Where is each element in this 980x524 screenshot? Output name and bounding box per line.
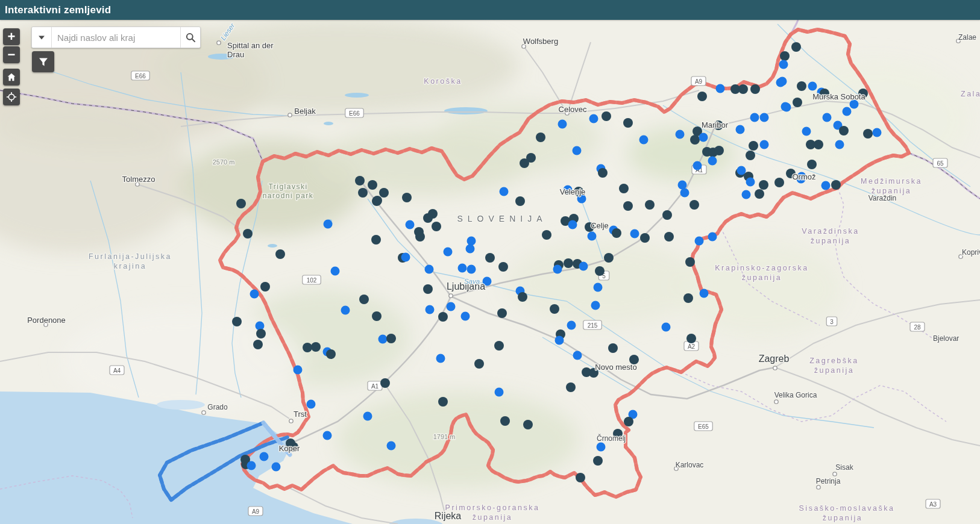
map-marker-dark[interactable] bbox=[602, 111, 611, 121]
map-marker-blue[interactable] bbox=[776, 78, 785, 87]
map-marker-blue[interactable] bbox=[736, 125, 745, 134]
map-marker-dark[interactable] bbox=[326, 349, 336, 359]
map-marker-blue[interactable] bbox=[467, 265, 476, 274]
map-marker-dark[interactable] bbox=[623, 201, 633, 211]
map-marker-blue[interactable] bbox=[406, 220, 415, 229]
map-marker-dark[interactable] bbox=[415, 232, 425, 242]
map-marker-blue[interactable] bbox=[821, 181, 831, 190]
map-marker-dark[interactable] bbox=[438, 312, 448, 322]
map-marker-dark[interactable] bbox=[593, 456, 603, 466]
map-marker-blue[interactable] bbox=[426, 305, 435, 314]
map-marker-dark[interactable] bbox=[485, 253, 495, 263]
map-marker-blue[interactable] bbox=[873, 128, 882, 137]
map-marker-dark[interactable] bbox=[863, 129, 873, 139]
zoom-out-button[interactable]: − bbox=[3, 46, 20, 63]
map-marker-blue[interactable] bbox=[808, 82, 817, 91]
map-marker-blue[interactable] bbox=[835, 140, 844, 149]
map-marker-dark[interactable] bbox=[595, 266, 605, 276]
map-marker-blue[interactable] bbox=[467, 237, 476, 246]
map-marker-dark[interactable] bbox=[379, 188, 389, 198]
map-marker-dark[interactable] bbox=[714, 146, 724, 155]
map-marker-dark[interactable] bbox=[797, 81, 806, 91]
map-marker-dark[interactable] bbox=[807, 160, 817, 169]
map-marker-blue[interactable] bbox=[247, 461, 256, 470]
map-marker-dark[interactable] bbox=[372, 196, 382, 205]
map-marker-blue[interactable] bbox=[250, 290, 259, 299]
home-button[interactable] bbox=[3, 69, 20, 86]
map-marker-dark[interactable] bbox=[536, 133, 545, 142]
map-marker-blue[interactable] bbox=[573, 146, 582, 155]
map-marker-dark[interactable] bbox=[697, 92, 707, 101]
map-marker-dark[interactable] bbox=[598, 168, 608, 178]
map-marker-blue[interactable] bbox=[260, 452, 269, 461]
map-marker-blue[interactable] bbox=[307, 400, 316, 409]
map-marker-blue[interactable] bbox=[746, 178, 755, 187]
map-marker-blue[interactable] bbox=[750, 113, 759, 122]
search-dropdown-button[interactable] bbox=[32, 27, 52, 48]
map-marker-blue[interactable] bbox=[436, 354, 445, 363]
map-marker-blue[interactable] bbox=[331, 267, 340, 276]
map-marker-dark[interactable] bbox=[550, 304, 559, 314]
map-marker-blue[interactable] bbox=[699, 133, 708, 142]
map-marker-dark[interactable] bbox=[474, 359, 484, 369]
search-submit-button[interactable] bbox=[180, 27, 200, 48]
map-marker-dark[interactable] bbox=[386, 334, 396, 343]
map-marker-blue[interactable] bbox=[700, 289, 709, 298]
map-marker-dark[interactable] bbox=[780, 51, 790, 61]
map-marker-blue[interactable] bbox=[401, 253, 410, 262]
map-marker-blue[interactable] bbox=[323, 431, 332, 440]
map-marker-blue[interactable] bbox=[589, 114, 598, 123]
map-marker-dark[interactable] bbox=[518, 292, 527, 302]
map-marker-dark[interactable] bbox=[604, 253, 614, 263]
map-marker-dark[interactable] bbox=[608, 343, 618, 353]
map-marker-blue[interactable] bbox=[466, 245, 475, 254]
map-marker-dark[interactable] bbox=[497, 308, 507, 318]
map-canvas[interactable]: E66E66A9A1A1A91025215A2E6532865A4A3 Spit… bbox=[0, 0, 980, 524]
map-marker-dark[interactable] bbox=[662, 210, 672, 220]
map-marker-dark[interactable] bbox=[371, 235, 381, 245]
map-marker-dark[interactable] bbox=[685, 257, 695, 267]
map-svg[interactable]: E66E66A9A1A1A91025215A2E6532865A4A3 Spit… bbox=[0, 0, 980, 524]
map-marker-dark[interactable] bbox=[494, 341, 504, 351]
map-marker-dark[interactable] bbox=[380, 378, 390, 388]
map-marker-dark[interactable] bbox=[303, 343, 312, 352]
map-marker-dark[interactable] bbox=[253, 340, 263, 349]
map-marker-dark[interactable] bbox=[515, 196, 525, 206]
map-marker-dark[interactable] bbox=[260, 282, 270, 292]
map-marker-dark[interactable] bbox=[256, 329, 266, 338]
map-marker-dark[interactable] bbox=[623, 118, 633, 128]
map-marker-blue[interactable] bbox=[591, 301, 600, 310]
map-marker-dark[interactable] bbox=[243, 229, 253, 239]
map-marker-dark[interactable] bbox=[311, 342, 321, 352]
map-marker-blue[interactable] bbox=[567, 321, 576, 330]
map-marker-blue[interactable] bbox=[458, 264, 467, 273]
map-marker-dark[interactable] bbox=[500, 416, 510, 426]
map-marker-dark[interactable] bbox=[640, 233, 650, 243]
map-marker-dark[interactable] bbox=[645, 200, 655, 210]
map-marker-blue[interactable] bbox=[588, 232, 597, 241]
map-marker-dark[interactable] bbox=[612, 228, 621, 238]
map-marker-dark[interactable] bbox=[576, 473, 585, 482]
map-marker-blue[interactable] bbox=[447, 302, 456, 311]
map-marker-blue[interactable] bbox=[425, 265, 434, 274]
map-marker-dark[interactable] bbox=[793, 98, 802, 107]
map-marker-blue[interactable] bbox=[823, 113, 832, 122]
map-marker-blue[interactable] bbox=[294, 366, 303, 375]
map-marker-dark[interactable] bbox=[275, 249, 285, 259]
map-marker-dark[interactable] bbox=[564, 258, 573, 268]
map-marker-blue[interactable] bbox=[363, 412, 372, 421]
map-marker-blue[interactable] bbox=[678, 181, 687, 190]
map-marker-dark[interactable] bbox=[686, 334, 696, 343]
map-marker-dark[interactable] bbox=[402, 193, 412, 202]
map-marker-blue[interactable] bbox=[802, 127, 811, 136]
map-marker-blue[interactable] bbox=[779, 60, 788, 69]
map-marker-blue[interactable] bbox=[695, 237, 704, 246]
map-marker-dark[interactable] bbox=[746, 151, 755, 160]
map-marker-dark[interactable] bbox=[423, 213, 433, 223]
map-marker-dark[interactable] bbox=[755, 189, 764, 199]
map-marker-dark[interactable] bbox=[839, 126, 849, 136]
map-marker-blue[interactable] bbox=[630, 229, 639, 239]
map-marker-dark[interactable] bbox=[619, 184, 629, 193]
zoom-in-button[interactable]: + bbox=[3, 28, 20, 45]
map-marker-dark[interactable] bbox=[689, 200, 699, 210]
